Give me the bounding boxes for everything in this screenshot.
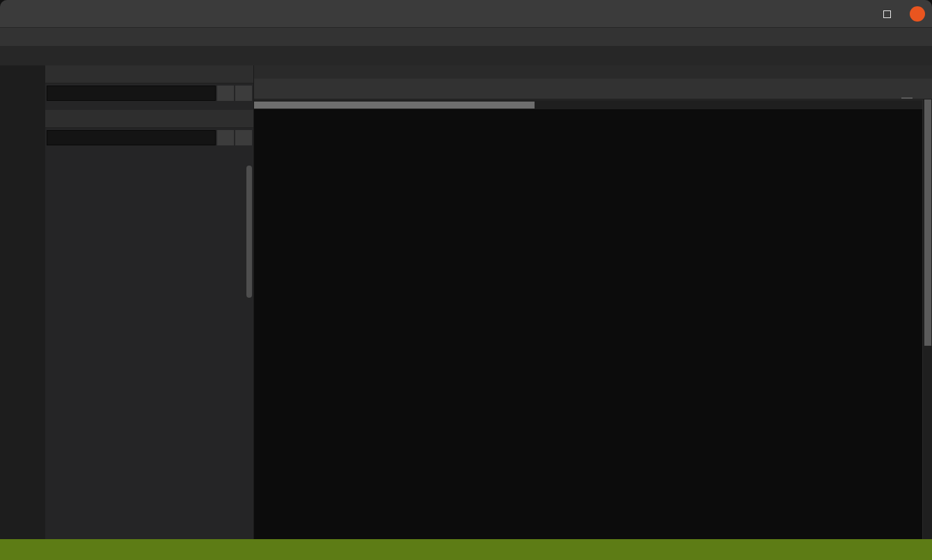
sidebar [45, 65, 254, 539]
main-area [0, 65, 932, 539]
maximize-button[interactable] [879, 6, 894, 22]
window-controls [848, 0, 925, 28]
tables-add-button[interactable] [217, 130, 234, 145]
data-grid [254, 99, 932, 539]
vertical-scrollbar[interactable] [922, 99, 932, 539]
tables-search-row [45, 128, 253, 147]
tables-refresh-button[interactable] [235, 130, 252, 145]
toolbar [0, 46, 932, 65]
close-button[interactable] [910, 6, 925, 22]
database-tab-strip [254, 65, 932, 79]
content-area [254, 65, 932, 539]
grid-main [254, 99, 922, 539]
tables-list [45, 147, 253, 539]
vertical-scrollbar-thumb[interactable] [924, 99, 931, 346]
maximize-icon [883, 10, 891, 18]
connections-header [45, 65, 253, 83]
tables-scrollbar[interactable] [246, 166, 253, 388]
tables-header [45, 110, 253, 128]
horizontal-scrollbar[interactable] [254, 99, 922, 109]
horizontal-scrollbar-thumb[interactable] [254, 102, 535, 109]
selection-stats-badge [901, 97, 913, 99]
menu-bar [0, 28, 932, 46]
connections-search-input[interactable] [47, 86, 216, 101]
connections-add-button[interactable] [217, 86, 234, 101]
connections-refresh-button[interactable] [235, 86, 252, 101]
connections-list [45, 103, 253, 110]
minimize-button[interactable] [848, 6, 864, 22]
app-window [0, 0, 932, 560]
connections-search-row [45, 83, 253, 103]
table-tab-strip [254, 79, 932, 99]
title-bar [0, 0, 932, 28]
status-bar [0, 539, 932, 560]
icon-rail [0, 65, 45, 539]
tables-search-input[interactable] [47, 130, 216, 145]
